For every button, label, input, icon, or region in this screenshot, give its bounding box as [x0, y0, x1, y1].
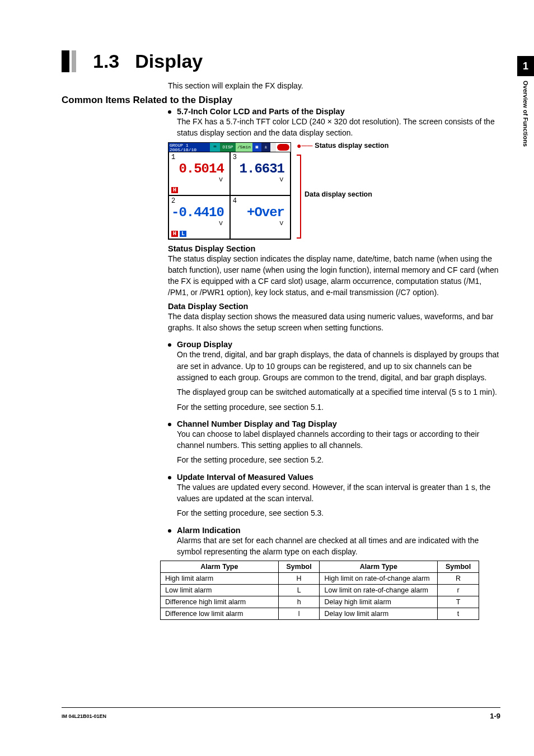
group-display-heading: Group Display: [177, 340, 232, 349]
table-cell: T: [438, 596, 479, 608]
update-interval-p1: The values are updated every second. How…: [177, 482, 500, 505]
common-items-heading: Common Items Related to the Display: [62, 95, 500, 106]
table-cell: l: [278, 608, 320, 620]
page: 1 Overview of Functions 1.3 Display This…: [0, 0, 534, 756]
status-section-body: The status display section indicates the…: [168, 253, 500, 298]
table-header-row: Alarm Type Symbol Alarm Type Symbol: [161, 561, 479, 573]
alarm-icon: [277, 144, 289, 151]
record-icon: ◙: [252, 143, 261, 152]
chapter-number-tab: 1: [517, 56, 534, 76]
table-cell: Delay high limit alarm: [320, 596, 438, 608]
channel-number: 2: [171, 197, 227, 205]
table-cell: Low limit alarm: [161, 585, 279, 596]
channel-unit: V: [233, 220, 288, 227]
data-section-body: The data display section shows the measu…: [168, 311, 500, 334]
table-cell: t: [438, 608, 479, 620]
group-display-p1: On the trend, digital, and bar graph dis…: [177, 349, 500, 383]
table-cell: High limit on rate-of-change alarm: [320, 573, 438, 585]
data-section-heading: Data Display Section: [168, 302, 500, 311]
lcd-screenshot: GROUP 1 2005/10/10 10:10:10 ⌨ DISP /5min…: [168, 142, 291, 240]
data-section-callout: Data display section: [305, 190, 372, 198]
table-header: Symbol: [438, 561, 479, 573]
lcd-screenshot-figure: GROUP 1 2005/10/10 10:10:10 ⌨ DISP /5min…: [168, 142, 500, 240]
channel-number: 4: [233, 197, 288, 205]
keyboard-icon: ⌨: [210, 143, 220, 152]
heading-bar-gray: [72, 50, 76, 72]
alarm-indication-p1: Alarms that are set for each channel are…: [177, 535, 500, 558]
bullet-icon: [168, 343, 171, 347]
update-interval-p2: For the setting procedure, see section 5…: [177, 507, 500, 519]
table-cell: Low limit on rate-of-change alarm: [320, 585, 438, 596]
arrow-icon: ●──: [297, 141, 312, 150]
channel-cell-3: 3 1.6631 V: [230, 152, 291, 195]
intro-text: This section will explain the FX display…: [168, 81, 500, 90]
table-row: Difference high limit alarm h Delay high…: [161, 596, 479, 608]
table-cell: High limit alarm: [161, 573, 279, 585]
section-heading: 1.3 Display: [62, 50, 500, 72]
table-row: High limit alarm H High limit on rate-of…: [161, 573, 479, 585]
channel-tag-p2: For the setting procedure, see section 5…: [177, 454, 500, 465]
channel-number: 1: [171, 153, 227, 161]
channel-unit: V: [233, 176, 288, 183]
footer-rule: [62, 707, 500, 708]
status-section-callout: Status display section: [315, 142, 388, 150]
channel-number: 3: [233, 153, 288, 161]
disp-badge: DISP: [220, 143, 236, 152]
math-icon: ±: [261, 143, 270, 152]
bullet-icon: [168, 110, 171, 114]
bullet-icon: [168, 476, 171, 479]
table-cell: R: [438, 573, 479, 585]
rate-badge: /5min: [236, 143, 252, 152]
flag-h: H: [171, 187, 178, 193]
table-cell: Difference high limit alarm: [161, 596, 279, 608]
status-bar: GROUP 1 2005/10/10 10:10:10 ⌨ DISP /5min…: [168, 143, 291, 152]
channel-cell-1: 1 0.5014 V H: [168, 152, 230, 195]
bullet-icon: [168, 529, 171, 533]
channel-unit: V: [171, 220, 227, 227]
brace-icon: [297, 155, 301, 239]
update-interval-heading: Update Interval of Measured Values: [177, 473, 313, 482]
channel-value: -0.4410: [171, 205, 227, 220]
channel-value: 0.5014: [171, 161, 227, 176]
table-cell: L: [278, 585, 320, 596]
channel-value: +Over: [233, 205, 288, 220]
flag-l: L: [180, 231, 186, 237]
heading-bar-black: [62, 50, 69, 72]
channel-cell-2: 2 -0.4410 V HL: [168, 195, 230, 239]
footer-page-number: 1-9: [490, 712, 500, 720]
table-cell: Delay low limit alarm: [320, 608, 438, 620]
heading-number: 1.3: [93, 50, 119, 72]
table-header: Alarm Type: [161, 561, 279, 573]
channel-unit: V: [171, 176, 227, 183]
table-row: Low limit alarm L Low limit on rate-of-c…: [161, 585, 479, 596]
table-row: Difference low limit alarm l Delay low l…: [161, 608, 479, 620]
channel-tag-p1: You can choose to label displayed channe…: [177, 428, 500, 451]
side-tab: 1 Overview of Functions: [517, 56, 534, 147]
flag-h: H: [171, 231, 178, 237]
table-cell: r: [438, 585, 479, 596]
lcd-description: The FX has a 5.7-inch TFT color LCD (240…: [177, 116, 500, 139]
channel-cell-4: 4 +Over V: [230, 195, 291, 239]
group-display-p2: The displayed group can be switched auto…: [177, 386, 500, 398]
lcd-subheading: 5.7-Inch Color LCD and Parts of the Disp…: [177, 107, 345, 116]
channel-value: 1.6631: [233, 161, 288, 176]
table-cell: Difference low limit alarm: [161, 608, 279, 620]
group-display-p3: For the setting procedure, see section 5…: [177, 402, 500, 413]
alarm-indication-heading: Alarm Indication: [177, 526, 241, 535]
chapter-label: Overview of Functions: [522, 81, 529, 147]
heading-title: Display: [135, 50, 203, 72]
table-header: Alarm Type: [320, 561, 438, 573]
channel-tag-heading: Channel Number Display and Tag Display: [177, 419, 337, 428]
footer-doc-id: IM 04L21B01-01EN: [62, 713, 106, 719]
bullet-icon: [168, 423, 171, 426]
data-grid: 1 0.5014 V H 3 1.6631 V 2 -0.4410 V HL: [168, 152, 291, 239]
status-section-heading: Status Display Section: [168, 244, 500, 253]
table-cell: H: [278, 573, 320, 585]
table-cell: h: [278, 596, 320, 608]
table-header: Symbol: [278, 561, 320, 573]
alarm-type-table: Alarm Type Symbol Alarm Type Symbol High…: [160, 561, 479, 620]
